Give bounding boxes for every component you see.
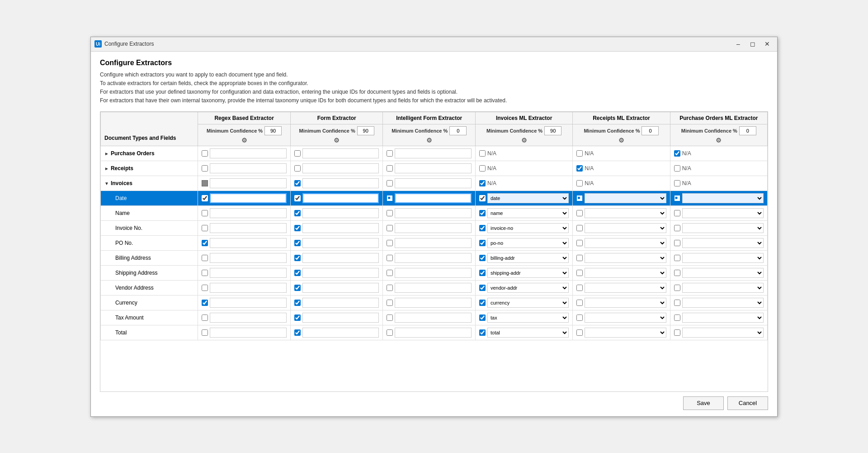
regex-name-checkbox[interactable] <box>202 210 208 216</box>
receipts-confidence-input[interactable] <box>642 126 659 135</box>
receipts-po-checkbox[interactable] <box>576 150 583 157</box>
receipts-gear-icon[interactable]: ⚙ <box>618 137 624 144</box>
receipts-currency-checkbox[interactable] <box>576 300 583 306</box>
iform-invoices-text[interactable] <box>395 178 472 188</box>
regex-pono-text[interactable] <box>210 238 287 248</box>
form-total-checkbox[interactable] <box>294 329 301 336</box>
regex-total-checkbox[interactable] <box>202 329 208 336</box>
iform-pono-checkbox[interactable] <box>387 240 393 246</box>
receipts-shipping-checkbox[interactable] <box>576 270 583 276</box>
date-row[interactable]: Date datenameinvoice-no <box>101 191 768 206</box>
regex-shipping-checkbox[interactable] <box>202 270 208 276</box>
regex-date-checkbox[interactable] <box>202 195 208 201</box>
regex-billing-text[interactable] <box>210 253 287 263</box>
invoices-currency-dropdown[interactable]: currency <box>487 298 569 308</box>
receipts-pono-checkbox[interactable] <box>576 240 583 246</box>
form-vendor-text[interactable] <box>302 283 379 293</box>
receipts-tax-checkbox[interactable] <box>576 315 583 321</box>
regex-tax-checkbox[interactable] <box>202 315 208 321</box>
iform-date-text[interactable] <box>395 193 472 203</box>
invoices-date-checkbox[interactable] <box>479 195 486 201</box>
receipts-invoices-checkbox[interactable] <box>576 180 583 186</box>
cancel-button[interactable]: Cancel <box>727 396 768 410</box>
invoices-invoices-checkbox[interactable] <box>479 180 486 186</box>
invoices-gear-icon[interactable]: ⚙ <box>521 137 527 144</box>
expand-purchase-orders-btn[interactable]: ► <box>104 151 109 156</box>
form-gear-icon[interactable]: ⚙ <box>334 137 340 144</box>
iform-currency-text[interactable] <box>395 298 472 308</box>
receipts-name-dropdown[interactable] <box>585 208 666 218</box>
form-receipts-checkbox[interactable] <box>294 165 301 172</box>
form-name-checkbox[interactable] <box>294 210 301 216</box>
regex-invno-checkbox[interactable] <box>202 225 208 231</box>
purchase-invno-dropdown[interactable] <box>682 223 764 233</box>
purchase-shipping-checkbox[interactable] <box>674 270 680 276</box>
expand-receipts-btn[interactable]: ► <box>104 166 109 171</box>
invoices-pono-checkbox[interactable] <box>479 240 486 246</box>
purchase-vendor-checkbox[interactable] <box>674 285 680 291</box>
form-invno-checkbox[interactable] <box>294 225 301 231</box>
iform-pono-text[interactable] <box>395 238 472 248</box>
receipts-date-dropdown[interactable] <box>585 193 666 203</box>
form-date-text[interactable] <box>302 193 379 203</box>
form-currency-text[interactable] <box>302 298 379 308</box>
regex-date-text[interactable] <box>210 193 287 203</box>
receipts-total-dropdown[interactable] <box>585 328 666 338</box>
receipts-receipts-checkbox[interactable] <box>576 165 583 172</box>
iform-shipping-checkbox[interactable] <box>387 270 393 276</box>
form-pono-checkbox[interactable] <box>294 240 301 246</box>
purchase-total-dropdown[interactable] <box>682 328 764 338</box>
purchase-shipping-dropdown[interactable] <box>682 268 764 278</box>
regex-invoices-text[interactable] <box>210 178 287 188</box>
purchase-vendor-dropdown[interactable] <box>682 283 764 293</box>
regex-currency-checkbox[interactable] <box>202 300 208 306</box>
iform-currency-checkbox[interactable] <box>387 300 393 306</box>
form-invoices-checkbox[interactable] <box>294 180 301 186</box>
invoices-currency-checkbox[interactable] <box>479 300 486 306</box>
iform-name-checkbox[interactable] <box>387 210 393 216</box>
regex-confidence-input[interactable] <box>264 126 282 135</box>
purchase-tax-checkbox[interactable] <box>674 315 680 321</box>
purchase-total-checkbox[interactable] <box>674 329 680 336</box>
regex-vendor-text[interactable] <box>210 283 287 293</box>
iform-shipping-text[interactable] <box>395 268 472 278</box>
purchase-currency-dropdown[interactable] <box>682 298 764 308</box>
receipts-billing-checkbox[interactable] <box>576 255 583 261</box>
form-pono-text[interactable] <box>302 238 379 248</box>
regex-currency-text[interactable] <box>210 298 287 308</box>
iform-billing-checkbox[interactable] <box>387 255 393 261</box>
form-total-text[interactable] <box>302 328 379 338</box>
purchase-invoices-checkbox[interactable] <box>674 180 680 186</box>
save-button[interactable]: Save <box>683 396 724 410</box>
purchase-currency-checkbox[interactable] <box>674 300 680 306</box>
receipts-invno-checkbox[interactable] <box>576 225 583 231</box>
invoices-invno-checkbox[interactable] <box>479 225 486 231</box>
receipts-vendor-checkbox[interactable] <box>576 285 583 291</box>
receipts-invno-dropdown[interactable] <box>585 223 666 233</box>
iform-invno-checkbox[interactable] <box>387 225 393 231</box>
regex-gear-icon[interactable]: ⚙ <box>241 137 247 144</box>
iform-confidence-input[interactable] <box>449 126 467 135</box>
iform-total-checkbox[interactable] <box>387 329 393 336</box>
purchase-receipts-checkbox[interactable] <box>674 165 680 172</box>
purchase-name-dropdown[interactable] <box>682 208 764 218</box>
purchase-billing-checkbox[interactable] <box>674 255 680 261</box>
purchase-name-checkbox[interactable] <box>674 210 680 216</box>
invoices-pono-dropdown[interactable]: po-no <box>487 238 569 248</box>
maximize-button[interactable]: ◻ <box>746 39 759 49</box>
form-receipts-text[interactable] <box>302 163 379 173</box>
invoices-invno-dropdown[interactable]: invoice-no <box>487 223 569 233</box>
regex-billing-checkbox[interactable] <box>202 255 208 261</box>
receipts-shipping-dropdown[interactable] <box>585 268 666 278</box>
purchase-date-dropdown[interactable] <box>682 193 764 203</box>
regex-receipts-checkbox[interactable] <box>202 165 208 172</box>
regex-po-text[interactable] <box>210 148 287 158</box>
invoices-shipping-dropdown[interactable]: shipping-addr <box>487 268 569 278</box>
regex-tax-text[interactable] <box>210 313 287 323</box>
purchase-date-sq-checkbox[interactable] <box>674 195 680 201</box>
form-shipping-text[interactable] <box>302 268 379 278</box>
receipts-name-checkbox[interactable] <box>576 210 583 216</box>
form-shipping-checkbox[interactable] <box>294 270 301 276</box>
invoices-total-checkbox[interactable] <box>479 329 486 336</box>
purchase-billing-dropdown[interactable] <box>682 253 764 263</box>
